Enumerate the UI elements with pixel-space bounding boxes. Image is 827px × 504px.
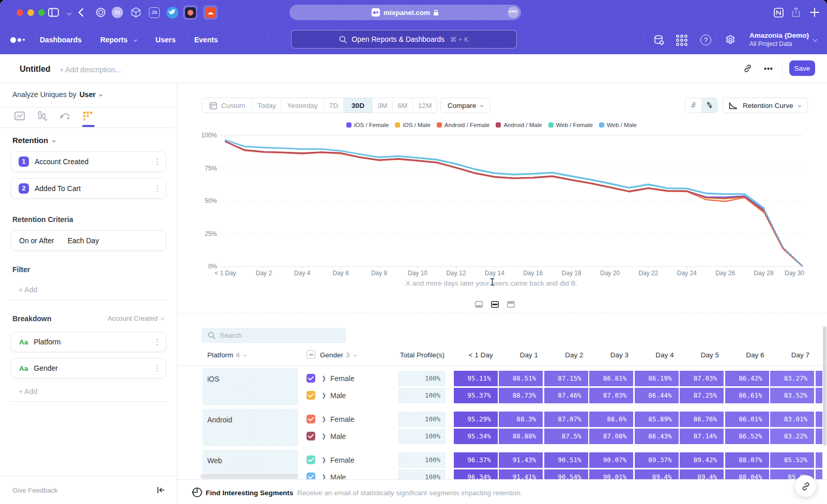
retention-value-cell[interactable]: 87.46% xyxy=(544,388,588,403)
retention-value-cell[interactable]: 88.07% xyxy=(725,452,769,468)
retention-value-cell[interactable]: 95.34% xyxy=(454,429,498,444)
retention-value-cell[interactable] xyxy=(816,388,823,403)
extensions-icon[interactable]: ••• xyxy=(508,7,519,18)
retention-value-cell[interactable]: 87.25% xyxy=(680,388,724,403)
retention-step-2[interactable]: 2Added To Cart⋮ xyxy=(10,178,166,199)
back-icon[interactable] xyxy=(78,8,84,17)
retention-value-cell[interactable]: 95.11% xyxy=(454,371,498,386)
platform-name[interactable]: Android xyxy=(207,416,232,424)
expand-row-icon[interactable]: ❯ xyxy=(322,433,326,439)
criteria-value-1[interactable]: On or After xyxy=(19,237,54,245)
retention-value-cell[interactable]: 86.44% xyxy=(635,388,679,403)
gender-name[interactable]: Female xyxy=(330,374,355,383)
retention-value-cell[interactable]: 89.37% xyxy=(635,452,679,468)
retention-value-cell[interactable]: 95.29% xyxy=(454,412,498,427)
new-tab-icon[interactable] xyxy=(809,7,820,18)
retention-value-cell[interactable] xyxy=(816,469,823,479)
series-checkbox[interactable] xyxy=(307,432,315,440)
retention-step-1[interactable]: 1Account Created⋮ xyxy=(10,151,166,172)
nav-link-reports[interactable]: Reports xyxy=(100,36,137,44)
analyze-value[interactable]: User xyxy=(80,90,96,99)
gender-name[interactable]: Male xyxy=(330,391,346,400)
expand-row-icon[interactable]: ❯ xyxy=(322,456,326,463)
global-search[interactable]: Open Reports & Dashboards ⌘ + K xyxy=(291,30,517,49)
range-3m[interactable]: 3M xyxy=(372,98,392,113)
retention-value-cell[interactable]: 89.4% xyxy=(635,469,679,479)
report-description-placeholder[interactable]: + Add description... xyxy=(59,66,121,74)
range-7d[interactable]: 7D xyxy=(324,98,343,113)
retention-value-cell[interactable]: 86.81% xyxy=(589,371,633,386)
retention-value-cell[interactable]: 90.07% xyxy=(589,452,633,468)
retention-value-cell[interactable]: 87.07% xyxy=(544,412,588,427)
retention-value-cell[interactable]: 88.88% xyxy=(499,429,543,444)
gender-name[interactable]: Female xyxy=(330,415,355,423)
tab-retention-icon[interactable] xyxy=(81,110,95,122)
legend-item[interactable]: Web / Female xyxy=(548,122,593,128)
series-checkbox[interactable] xyxy=(307,472,315,479)
maximize-window-icon[interactable] xyxy=(38,9,45,16)
nav-link-users[interactable]: Users xyxy=(156,36,176,44)
expand-row-icon[interactable]: ❯ xyxy=(322,392,326,399)
apps-grid-icon[interactable] xyxy=(676,35,687,46)
platform-name[interactable]: iOS xyxy=(207,375,219,383)
tab-js-icon[interactable]: JS xyxy=(149,7,160,18)
step-menu-icon[interactable]: ⋮ xyxy=(154,184,160,193)
share-icon[interactable] xyxy=(792,7,800,18)
expand-row-icon[interactable]: ❯ xyxy=(322,416,326,422)
tabs-chevron-icon[interactable] xyxy=(67,10,71,15)
retention-value-cell[interactable]: 87.15% xyxy=(544,371,588,386)
retention-value-cell[interactable]: 87.5% xyxy=(544,429,588,444)
close-window-icon[interactable] xyxy=(17,9,23,16)
retention-value-cell[interactable]: 87.03% xyxy=(680,371,724,386)
retention-value-cell[interactable]: 90.51% xyxy=(544,452,588,468)
retention-value-cell[interactable]: 86.6% xyxy=(589,412,633,427)
gender-name[interactable]: Female xyxy=(330,456,355,464)
retention-value-cell[interactable]: 86.76% xyxy=(680,412,724,427)
give-feedback-link[interactable]: Give Feedback xyxy=(12,486,57,494)
legend-item[interactable]: Android / Female xyxy=(437,122,490,128)
minimize-window-icon[interactable] xyxy=(27,9,34,16)
sidebar-toggle-icon[interactable] xyxy=(48,8,59,17)
retention-value-cell[interactable]: 86.43% xyxy=(635,429,679,444)
nav-link-dashboards[interactable]: Dashboards xyxy=(40,36,82,44)
retention-value-cell[interactable]: 91.41% xyxy=(499,469,543,479)
data-management-icon[interactable] xyxy=(653,34,665,46)
retention-value-cell[interactable]: 87.03% xyxy=(589,388,633,403)
legend-item[interactable]: Android / Male xyxy=(496,122,542,128)
address-bar[interactable]: mixpanel.com ••• xyxy=(289,5,521,20)
legend-item[interactable]: Web / Male xyxy=(599,122,637,128)
breakdown-menu-icon[interactable]: ⋮ xyxy=(154,364,160,373)
retention-value-cell[interactable]: 86.19% xyxy=(635,371,679,386)
nav-link-events[interactable]: Events xyxy=(194,36,218,44)
tab-funnels-icon[interactable] xyxy=(35,110,50,122)
tab-bird-icon[interactable] xyxy=(166,7,178,19)
save-button[interactable]: Save xyxy=(789,60,815,76)
retention-value-cell[interactable]: 86.52% xyxy=(725,429,769,444)
series-checkbox[interactable] xyxy=(307,391,315,400)
retention-value-cell[interactable]: 90.01% xyxy=(589,469,633,479)
series-checkbox[interactable] xyxy=(307,415,315,423)
legend-item[interactable]: iOS / Male xyxy=(395,122,431,128)
retention-value-cell[interactable]: 95.37% xyxy=(454,388,498,403)
view-table-button[interactable] xyxy=(505,298,516,310)
retention-value-cell[interactable] xyxy=(816,429,823,444)
retention-value-cell[interactable]: 96.34% xyxy=(454,469,498,479)
collapse-sidebar-icon[interactable] xyxy=(157,486,165,494)
retention-value-cell[interactable] xyxy=(816,452,823,468)
project-selector[interactable]: Amazonia {Demo} All Project Data xyxy=(749,32,809,48)
window-controls[interactable] xyxy=(17,9,45,16)
range-12m[interactable]: 12M xyxy=(412,98,437,113)
range-30d[interactable]: 30D xyxy=(343,98,372,113)
mode-number-button[interactable]: # xyxy=(685,98,701,113)
step-menu-icon[interactable]: ⋮ xyxy=(154,157,160,166)
expand-row-icon[interactable]: ❯ xyxy=(322,375,326,382)
tab-cube-icon[interactable] xyxy=(130,7,142,18)
retention-section-title[interactable]: Retention xyxy=(12,136,55,145)
retention-value-cell[interactable]: 87.08% xyxy=(589,429,633,444)
tab-record-icon[interactable] xyxy=(183,5,197,20)
tab-flows-icon[interactable] xyxy=(58,110,72,122)
breakdown-platform[interactable]: AaPlatform⋮ xyxy=(10,332,166,352)
range-6m[interactable]: 6M xyxy=(392,98,412,113)
mode-percent-button[interactable]: % xyxy=(701,98,717,113)
segments-title[interactable]: Find Interesting Segments xyxy=(206,489,294,497)
